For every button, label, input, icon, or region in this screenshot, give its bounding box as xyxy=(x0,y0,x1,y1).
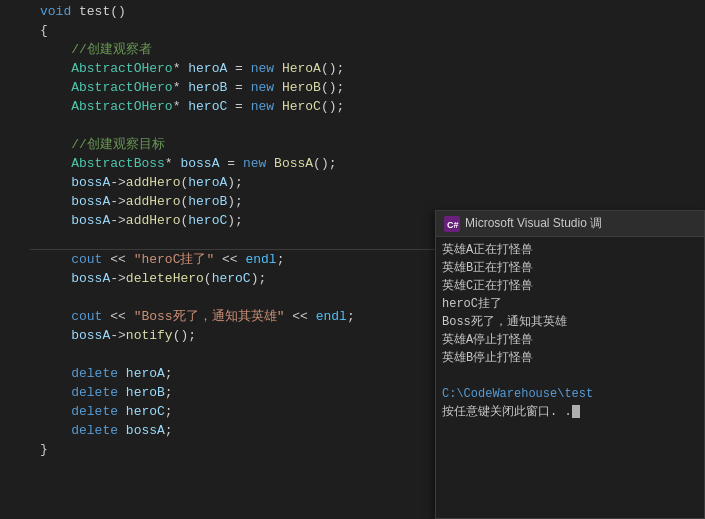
code-line: AbstractOHero* heroB = new HeroB(); xyxy=(30,78,705,97)
svg-text:C#: C# xyxy=(447,220,459,230)
output-line: Boss死了，通知其英雄 xyxy=(442,313,698,331)
code-line: bossA->addHero(heroB); xyxy=(30,192,705,211)
editor-area: void test() { //创建观察者 AbstractOHero* her… xyxy=(0,0,705,519)
output-line: 英雄A停止打怪兽 xyxy=(442,331,698,349)
code-line: //创建观察者 xyxy=(30,40,705,59)
output-line xyxy=(442,367,698,385)
vs-icon: C# xyxy=(444,216,460,232)
cursor xyxy=(572,405,580,418)
code-line: AbstractOHero* heroA = new HeroA(); xyxy=(30,59,705,78)
output-line-prompt: 按任意键关闭此窗口. . xyxy=(442,403,698,421)
output-line: 英雄C正在打怪兽 xyxy=(442,277,698,295)
output-content: 英雄A正在打怪兽 英雄B正在打怪兽 英雄C正在打怪兽 heroC挂了 Boss死… xyxy=(436,237,704,425)
output-titlebar: C# Microsoft Visual Studio 调 xyxy=(436,211,704,237)
output-line: 英雄B正在打怪兽 xyxy=(442,259,698,277)
output-line: 英雄B停止打怪兽 xyxy=(442,349,698,367)
output-window-title: Microsoft Visual Studio 调 xyxy=(465,215,602,232)
code-line: bossA->addHero(heroA); xyxy=(30,173,705,192)
code-line: void test() xyxy=(30,2,705,21)
output-line-path: C:\CodeWarehouse\test xyxy=(442,385,698,403)
code-line: //创建观察目标 xyxy=(30,135,705,154)
output-line: heroC挂了 xyxy=(442,295,698,313)
code-line: AbstractBoss* bossA = new BossA(); xyxy=(30,154,705,173)
code-line xyxy=(30,116,705,135)
code-line: { xyxy=(30,21,705,40)
output-line: 英雄A正在打怪兽 xyxy=(442,241,698,259)
code-line: AbstractOHero* heroC = new HeroC(); xyxy=(30,97,705,116)
line-numbers xyxy=(0,0,30,519)
output-window: C# Microsoft Visual Studio 调 英雄A正在打怪兽 英雄… xyxy=(435,210,705,519)
